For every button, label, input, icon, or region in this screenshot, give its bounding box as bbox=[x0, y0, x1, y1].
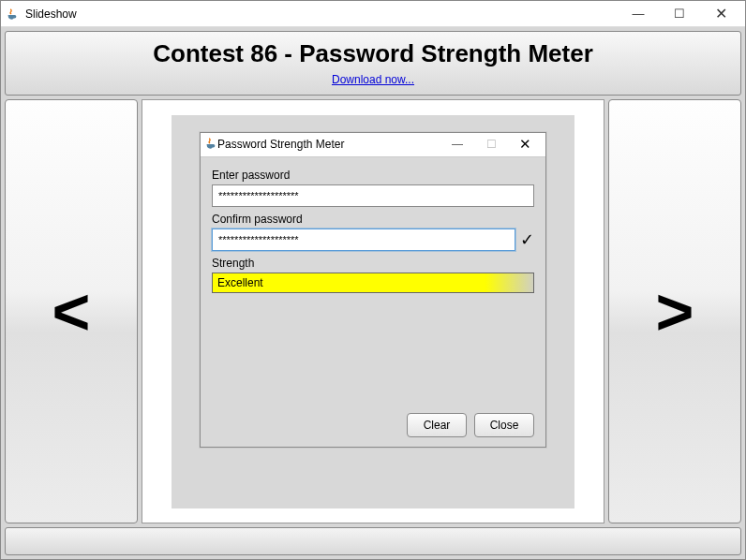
close-button[interactable]: ✕ bbox=[700, 2, 741, 26]
inner-body: Enter password Confirm password ✓ Streng… bbox=[201, 157, 545, 447]
inner-titlebar: Password Strength Meter — ☐ ✕ bbox=[201, 133, 545, 157]
java-icon bbox=[5, 7, 20, 22]
inner-window: Password Strength Meter — ☐ ✕ Enter pass… bbox=[200, 132, 546, 448]
java-icon bbox=[204, 137, 217, 153]
outer-titlebar: Slideshow — ☐ ✕ bbox=[1, 1, 745, 27]
inner-close-button[interactable]: ✕ bbox=[508, 134, 542, 155]
page-title: Contest 86 - Password Strength Meter bbox=[6, 39, 740, 68]
app-body: Contest 86 - Password Strength Meter Dow… bbox=[1, 27, 745, 559]
minimize-button[interactable]: — bbox=[618, 2, 659, 26]
prev-button[interactable]: < bbox=[5, 99, 138, 523]
enter-password-input[interactable] bbox=[212, 184, 534, 207]
inner-window-title: Password Strength Meter bbox=[217, 138, 440, 151]
next-button[interactable]: > bbox=[608, 99, 741, 523]
slide-area: Password Strength Meter — ☐ ✕ Enter pass… bbox=[142, 99, 604, 523]
main-row: < Password Strength Meter — ☐ ✕ bbox=[5, 99, 741, 523]
inner-minimize-button[interactable]: — bbox=[440, 134, 474, 155]
strength-meter: Excellent bbox=[212, 273, 534, 293]
strength-label: Strength bbox=[212, 257, 534, 270]
strength-value: Excellent bbox=[217, 276, 263, 289]
slide-image: Password Strength Meter — ☐ ✕ Enter pass… bbox=[172, 115, 574, 508]
enter-password-label: Enter password bbox=[212, 169, 534, 182]
close-dialog-button[interactable]: Close bbox=[474, 413, 534, 437]
inner-button-row: Clear Close bbox=[212, 405, 534, 437]
confirm-password-input[interactable] bbox=[212, 228, 515, 251]
inner-maximize-button[interactable]: ☐ bbox=[474, 134, 508, 155]
confirm-password-label: Confirm password bbox=[212, 213, 534, 226]
slideshow-window: Slideshow — ☐ ✕ Contest 86 - Password St… bbox=[0, 0, 746, 560]
match-check-icon: ✓ bbox=[519, 229, 534, 250]
header-panel: Contest 86 - Password Strength Meter Dow… bbox=[5, 31, 741, 96]
download-link[interactable]: Download now... bbox=[332, 73, 414, 86]
window-title: Slideshow bbox=[25, 7, 618, 21]
footer-bar bbox=[5, 527, 741, 555]
clear-button[interactable]: Clear bbox=[407, 413, 467, 437]
maximize-button[interactable]: ☐ bbox=[659, 2, 700, 26]
